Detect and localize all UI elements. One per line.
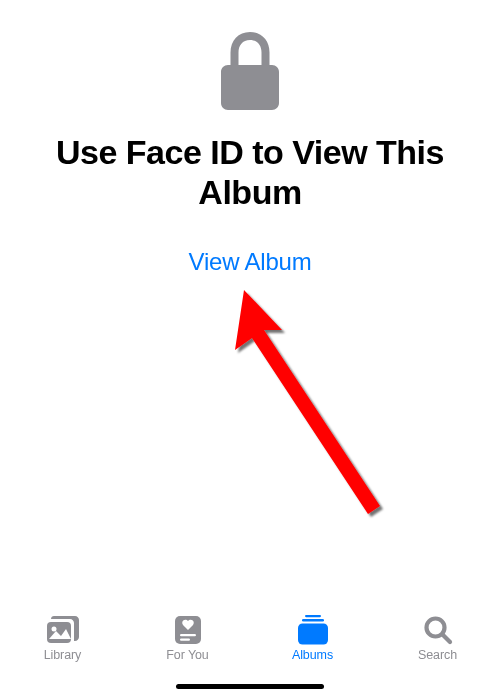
tab-label: Library <box>44 648 82 662</box>
svg-rect-5 <box>180 639 190 641</box>
tab-search[interactable]: Search <box>375 613 500 664</box>
svg-rect-4 <box>180 634 196 636</box>
locked-album-screen: Use Face ID to View This Album View Albu… <box>0 0 500 607</box>
tab-for-you[interactable]: For You <box>125 613 250 664</box>
tab-library[interactable]: Library <box>0 613 125 664</box>
svg-rect-6 <box>305 615 321 617</box>
search-icon <box>421 615 455 645</box>
home-indicator[interactable] <box>176 684 324 690</box>
svg-line-10 <box>442 635 450 643</box>
locked-album-title: Use Face ID to View This Album <box>0 132 500 212</box>
view-album-button[interactable]: View Album <box>189 248 312 276</box>
tab-label: For You <box>166 648 208 662</box>
library-icon <box>46 615 80 645</box>
albums-icon <box>296 615 330 645</box>
svg-point-2 <box>51 627 56 632</box>
for-you-icon <box>171 615 205 645</box>
tab-label: Search <box>418 648 457 662</box>
svg-rect-7 <box>302 619 324 622</box>
svg-rect-8 <box>298 624 328 645</box>
tab-label: Albums <box>292 648 333 662</box>
tab-albums[interactable]: Albums <box>250 613 375 664</box>
lock-icon <box>221 32 279 114</box>
